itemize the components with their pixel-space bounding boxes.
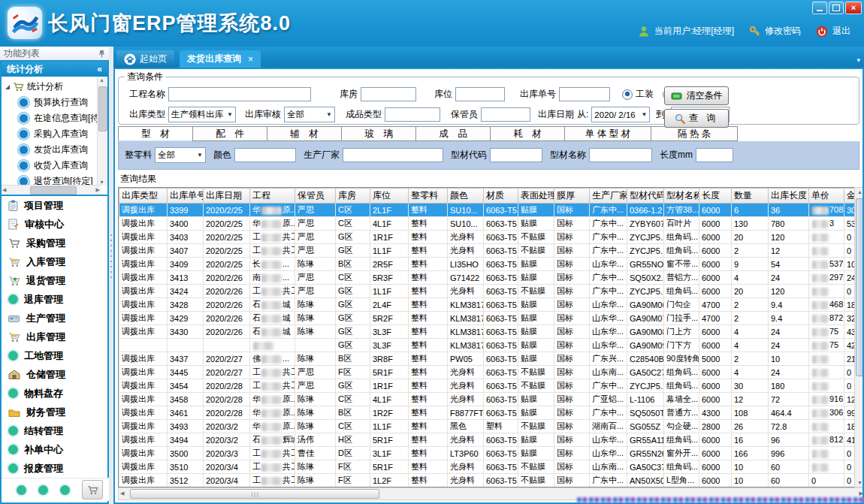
table-row[interactable]: 调拨出库35002020/3/3工共工程曹佳D区3L1F整料LT3P606063… (119, 447, 856, 460)
table-row[interactable]: 调拨出库34032020/2/25工共工程严思G区1R1F整料光身料6063-T… (119, 231, 856, 244)
audit-select[interactable]: 全部▼ (284, 107, 335, 122)
tree-item-4[interactable]: 发货出库查询 (2, 142, 107, 158)
location-input[interactable] (455, 87, 505, 101)
material-tab-8[interactable]: 隔 热 条 (651, 126, 738, 141)
logout-link[interactable]: 退出 (832, 25, 850, 38)
table-row[interactable]: 调拨出库34282020/2/26石城陈琳G区2L4F整料KLM38176063… (119, 298, 856, 312)
change-password-link[interactable]: 修改密码 (765, 25, 801, 38)
column-header[interactable]: 生产厂家 (590, 189, 627, 204)
material-tab-7[interactable]: 单 体 型 材 (564, 126, 651, 141)
column-header[interactable]: 库位 (370, 189, 409, 204)
column-header[interactable]: 出库单号 (168, 189, 204, 204)
sidebar-menu-item-9[interactable]: 工地管理 (2, 346, 107, 365)
project-name-input[interactable] (168, 87, 311, 101)
pin-icon[interactable] (98, 50, 105, 58)
column-header[interactable]: 工程 (250, 189, 295, 204)
radio-gongzhuang[interactable] (622, 89, 633, 100)
scroll-left-icon[interactable]: ◀ (2, 187, 6, 193)
material-tab-5[interactable]: 成 品 (415, 126, 491, 141)
scrollbar-thumb[interactable] (30, 186, 77, 195)
scrollbar-thumb[interactable] (130, 489, 379, 499)
profile-code-input[interactable] (490, 148, 542, 162)
column-header[interactable]: 保管员 (295, 189, 336, 204)
sidebar-menu-item-14[interactable]: 补单中心 (2, 440, 107, 459)
table-row[interactable]: 调拨出库33992020/2/25华原...严思C区2L1F整料SU10...6… (119, 204, 856, 217)
table-row[interactable]: 调拨出库34092020/2/25长...陈琳B区2R5F整料LI35HO606… (119, 258, 856, 271)
sidebar-menu-item-15[interactable]: 报废管理 (2, 459, 107, 478)
sidebar-menu-item-11[interactable]: 物料盘存 (2, 384, 107, 403)
scrollbar-thumb[interactable] (98, 86, 107, 131)
material-tab-6[interactable]: 耗 材 (490, 126, 565, 141)
green-dot-icon[interactable] (17, 485, 26, 495)
sidebar-menu-item-3[interactable]: 采购管理 (2, 234, 107, 252)
tabstrip-dropdown-icon[interactable]: ▾ (856, 56, 860, 64)
search-button[interactable]: 查 询 (664, 109, 729, 128)
column-header[interactable]: 型材代码 (627, 189, 664, 204)
tree-vertical-scrollbar[interactable]: ▲ ▼ (97, 77, 107, 186)
date-from-select[interactable]: 2020/ 2/16▼ (591, 107, 650, 122)
column-header[interactable]: 出库长度 (769, 189, 809, 204)
profile-name-input[interactable] (589, 148, 652, 162)
column-header[interactable]: 库房 (336, 189, 370, 204)
table-row[interactable]: 调拨出库34132020/2/26南...严思C区5R3F整料G71422606… (119, 271, 856, 285)
column-header[interactable]: 整零料 (409, 189, 448, 204)
column-header[interactable]: 表面处理 (518, 189, 554, 204)
material-tab-2[interactable]: 配 件 (192, 126, 267, 141)
column-header[interactable]: 出库日期 (204, 189, 250, 204)
product-type-input[interactable] (385, 107, 440, 122)
cart-button[interactable] (82, 480, 103, 499)
sidebar-menu-item-4[interactable]: 入库管理 (2, 252, 107, 271)
table-row[interactable]: 调拨出库34932020/3/2华原...陈琳C区1L1F整料黑色塑料不贴膜国标… (119, 420, 856, 433)
column-header[interactable]: 材质 (484, 189, 518, 204)
table-row[interactable]: 调拨出库35102020/3/4工共工程陈琳F区5R1F整料光身料6063-T5… (119, 460, 856, 474)
maximize-button[interactable] (829, 2, 844, 14)
sidebar-menu-item-2[interactable]: 审核中心 (2, 215, 107, 234)
color-input[interactable] (234, 148, 296, 162)
minimize-button[interactable] (812, 2, 827, 14)
sidebar-menu-item-7[interactable]: 生产管理 (2, 309, 107, 327)
scroll-up-icon[interactable]: ▲ (857, 189, 862, 195)
scroll-right-icon[interactable]: ▶ (96, 187, 100, 193)
column-header[interactable]: 出库类型 (119, 189, 168, 204)
tree-item-3[interactable]: 采购入库查询 (2, 126, 107, 142)
keeper-input[interactable] (481, 107, 530, 122)
scroll-down-icon[interactable]: ▼ (857, 480, 862, 485)
green-dot-icon[interactable] (38, 485, 48, 495)
out-type-select[interactable]: 生产领料出库▼ (168, 107, 236, 122)
table-row[interactable]: 调拨出库35122020/3/4工共工程陈琳F区1L2F整料光身料6063-T5… (119, 474, 856, 487)
tab-shipment-query[interactable]: 发货出库查询 × (180, 50, 261, 68)
column-header[interactable]: 长度 (699, 189, 732, 204)
green-dot-icon[interactable] (60, 485, 70, 495)
sidebar-menu-item-6[interactable]: 退库管理 (2, 290, 107, 309)
scrollbar-thumb[interactable] (856, 198, 864, 376)
tab-close-icon[interactable]: × (248, 54, 253, 65)
column-header[interactable]: 膜厚 (554, 189, 590, 204)
table-row[interactable]: 调拨出库34452020/2/27工共工程严思F区5R1F整料光身料6063-T… (119, 366, 856, 379)
warehouse-input[interactable] (361, 87, 416, 101)
scroll-left-icon[interactable]: ◀ (120, 490, 124, 496)
table-row[interactable]: 调拨出库34612020/2/28华原...陈琳B区1R2F整料F8877FT6… (119, 406, 856, 420)
column-header[interactable]: 型材名称 (664, 189, 699, 204)
scroll-right-icon[interactable]: ▶ (859, 490, 863, 496)
scroll-down-icon[interactable]: ▼ (99, 180, 104, 185)
sidebar-menu-item-10[interactable]: 仓储管理 (2, 365, 107, 384)
order-no-input[interactable] (559, 87, 610, 101)
table-row[interactable]: 调拨出库34292020/2/26石城陈琳G区5R2F整料KLM38176063… (119, 312, 856, 325)
column-header[interactable]: 颜色 (448, 189, 484, 204)
tree-item-1[interactable]: 预算执行查询 (2, 95, 107, 110)
table-row[interactable]: 调拨出库34582020/2/28华原...陈琳C区4L1F整料光身料6063-… (119, 393, 856, 406)
table-row[interactable]: 调拨出库34072020/2/25工共工程严思G区1L1F整料光身料6063-T… (119, 244, 856, 258)
tree-item-5[interactable]: 收货入库查询 (2, 158, 107, 174)
sidebar-menu-item-8[interactable]: 出库管理 (2, 327, 107, 346)
tab-home[interactable]: 起始页 (116, 50, 174, 68)
sidebar-menu-item-5[interactable]: 退货管理 (2, 271, 107, 290)
group-header-statistics[interactable]: 统计分析 « (2, 62, 107, 77)
material-tab-1[interactable]: 型 材 (118, 126, 193, 141)
table-row[interactable]: 调拨出库34002020/2/25华原...严思C区4L1F整料SU10...6… (119, 217, 856, 231)
sidebar-menu-item-1[interactable]: 项目管理 (2, 196, 107, 215)
grid-vertical-scrollbar[interactable]: ▲ ▼ (854, 187, 864, 487)
tree-horizontal-scrollbar[interactable]: ◀ ▶ (2, 185, 101, 195)
manufacturer-input[interactable] (343, 148, 443, 162)
length-input[interactable] (696, 148, 733, 162)
column-header[interactable]: 数量 (732, 189, 769, 204)
